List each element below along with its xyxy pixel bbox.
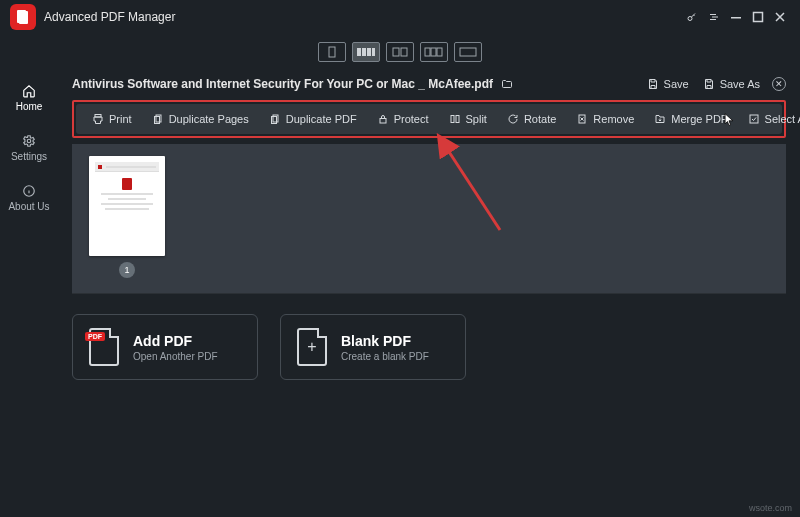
close-icon[interactable] bbox=[774, 11, 786, 23]
toolbar-select-all-label: Select All bbox=[765, 113, 800, 125]
print-icon bbox=[92, 113, 104, 125]
svg-rect-7 bbox=[362, 48, 366, 56]
toolbar-rotate-label: Rotate bbox=[524, 113, 556, 125]
app-window: Advanced PDF Manager bbox=[0, 0, 800, 517]
view-mode-thumbs[interactable] bbox=[352, 42, 380, 62]
toolbar-rotate[interactable]: Rotate bbox=[499, 110, 564, 128]
svg-rect-12 bbox=[425, 48, 430, 56]
minimize-icon[interactable] bbox=[730, 11, 742, 23]
window-controls bbox=[686, 11, 800, 23]
page-thumbnails-panel: 1 bbox=[72, 144, 786, 294]
svg-rect-27 bbox=[750, 115, 758, 123]
svg-rect-9 bbox=[372, 48, 375, 56]
select-all-icon bbox=[748, 113, 760, 125]
page-number-badge: 1 bbox=[119, 262, 135, 278]
file-header: Antivirus Software and Internet Security… bbox=[72, 70, 786, 98]
svg-rect-10 bbox=[393, 48, 399, 56]
app-title: Advanced PDF Manager bbox=[44, 10, 175, 24]
file-name: Antivirus Software and Internet Security… bbox=[72, 77, 493, 91]
folder-icon[interactable] bbox=[501, 78, 513, 90]
app-logo bbox=[10, 4, 36, 30]
add-pdf-subtitle: Open Another PDF bbox=[133, 351, 218, 362]
duplicate-pdf-icon bbox=[269, 113, 281, 125]
duplicate-pages-icon bbox=[152, 113, 164, 125]
view-mode-3up[interactable] bbox=[420, 42, 448, 62]
settings-lines-icon[interactable] bbox=[708, 11, 720, 23]
maximize-icon[interactable] bbox=[752, 11, 764, 23]
add-pdf-card[interactable]: PDF Add PDF Open Another PDF bbox=[72, 314, 258, 380]
app-logo-icon bbox=[16, 9, 30, 25]
toolbar-duplicate-pdf[interactable]: Duplicate PDF bbox=[261, 110, 365, 128]
toolbar: Print Duplicate Pages Duplicate PDF Prot… bbox=[76, 104, 782, 134]
mouse-cursor bbox=[724, 113, 734, 127]
toolbar-merge-pdf[interactable]: Merge PDF bbox=[646, 110, 735, 128]
save-as-label: Save As bbox=[720, 78, 760, 90]
app-body: Home Settings About Us Antivirus Softwar… bbox=[0, 70, 800, 517]
view-mode-2up[interactable] bbox=[386, 42, 414, 62]
toolbar-split-label: Split bbox=[466, 113, 487, 125]
toolbar-remove[interactable]: Remove bbox=[568, 110, 642, 128]
svg-rect-4 bbox=[754, 13, 763, 22]
svg-rect-14 bbox=[437, 48, 442, 56]
svg-rect-5 bbox=[329, 47, 335, 57]
toolbar-select-all[interactable]: Select All bbox=[740, 110, 800, 128]
add-pdf-title: Add PDF bbox=[133, 333, 218, 349]
sidebar-item-about[interactable]: About Us bbox=[0, 178, 58, 218]
toolbar-remove-label: Remove bbox=[593, 113, 634, 125]
thumb-body bbox=[95, 172, 159, 250]
svg-rect-15 bbox=[460, 48, 476, 56]
split-icon bbox=[449, 113, 461, 125]
svg-rect-11 bbox=[401, 48, 407, 56]
save-button[interactable]: Save bbox=[647, 78, 689, 90]
sidebar: Home Settings About Us bbox=[0, 70, 58, 517]
sidebar-item-home[interactable]: Home bbox=[0, 78, 58, 118]
page-thumbnail[interactable] bbox=[89, 156, 165, 256]
action-cards: PDF Add PDF Open Another PDF + Blank PDF… bbox=[72, 314, 786, 380]
remove-icon bbox=[576, 113, 588, 125]
save-label: Save bbox=[664, 78, 689, 90]
close-file-button[interactable]: ✕ bbox=[772, 77, 786, 91]
toolbar-highlight: Print Duplicate Pages Duplicate PDF Prot… bbox=[72, 100, 786, 138]
view-mode-single[interactable] bbox=[318, 42, 346, 62]
toolbar-merge-label: Merge PDF bbox=[671, 113, 727, 125]
blank-pdf-card[interactable]: + Blank PDF Create a blank PDF bbox=[280, 314, 466, 380]
main-content: Antivirus Software and Internet Security… bbox=[58, 70, 800, 517]
svg-point-16 bbox=[27, 139, 31, 143]
toolbar-print-label: Print bbox=[109, 113, 132, 125]
svg-rect-8 bbox=[367, 48, 371, 56]
page-thumbnail-slot: 1 bbox=[84, 156, 170, 281]
gear-icon bbox=[22, 134, 36, 148]
blank-pdf-subtitle: Create a blank PDF bbox=[341, 351, 429, 362]
watermark: wsote.com bbox=[749, 503, 792, 513]
home-icon bbox=[22, 84, 36, 98]
toolbar-protect-label: Protect bbox=[394, 113, 429, 125]
save-icon bbox=[647, 78, 659, 90]
view-mode-bar bbox=[0, 34, 800, 70]
rotate-icon bbox=[507, 113, 519, 125]
mcafee-shield-icon bbox=[122, 178, 132, 190]
add-pdf-icon: PDF bbox=[89, 328, 119, 366]
svg-rect-3 bbox=[731, 17, 741, 19]
sidebar-item-settings[interactable]: Settings bbox=[0, 128, 58, 168]
view-mode-wide[interactable] bbox=[454, 42, 482, 62]
sidebar-label-home: Home bbox=[16, 101, 43, 112]
save-as-button[interactable]: Save As bbox=[703, 78, 760, 90]
svg-rect-6 bbox=[357, 48, 361, 56]
svg-rect-23 bbox=[380, 119, 386, 124]
info-icon bbox=[22, 184, 36, 198]
toolbar-duplicate-pages[interactable]: Duplicate Pages bbox=[144, 110, 257, 128]
save-as-icon bbox=[703, 78, 715, 90]
toolbar-print[interactable]: Print bbox=[84, 110, 140, 128]
sidebar-label-about: About Us bbox=[8, 201, 49, 212]
toolbar-protect[interactable]: Protect bbox=[369, 110, 437, 128]
blank-pdf-title: Blank PDF bbox=[341, 333, 429, 349]
blank-pdf-icon: + bbox=[297, 328, 327, 366]
thumb-header bbox=[95, 162, 159, 172]
svg-rect-1 bbox=[19, 11, 28, 24]
merge-icon bbox=[654, 113, 666, 125]
add-pdf-text: Add PDF Open Another PDF bbox=[133, 333, 218, 362]
key-icon[interactable] bbox=[686, 11, 698, 23]
toolbar-duplicate-pages-label: Duplicate Pages bbox=[169, 113, 249, 125]
toolbar-split[interactable]: Split bbox=[441, 110, 495, 128]
svg-point-2 bbox=[688, 17, 692, 21]
